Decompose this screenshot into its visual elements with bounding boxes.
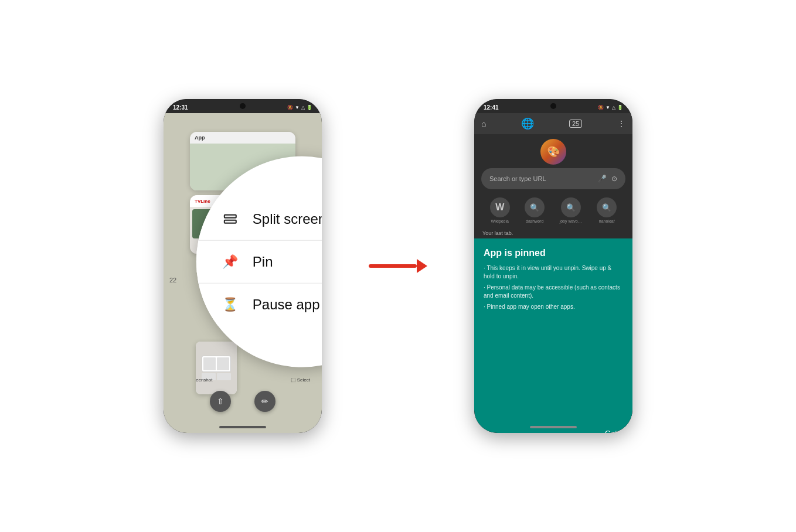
phone-2-status-icons: 🔕 ▼ △ 🔋: [598, 105, 623, 110]
phone-2-screen: 12:41 🔕 ▼ △ 🔋 ⌂ 🌐 25 ⋮: [474, 99, 632, 433]
split-screen-icon: [220, 209, 241, 230]
pause-app-label: Pause app: [253, 296, 320, 313]
arrow-container: [369, 259, 427, 273]
camera-dot-2: [550, 103, 556, 109]
more-options-icon[interactable]: ⋮: [617, 119, 625, 128]
pinned-footer: Got it: [484, 429, 623, 433]
pinned-bullet-1: · This keeps it in view until you unpin.…: [484, 264, 623, 281]
pinned-bullet-3: · Pinned app may open other apps.: [484, 303, 623, 311]
bottom-actions: ⇧ ✏: [164, 391, 322, 412]
quick-item-joby[interactable]: 🔍 joby wavo…: [560, 197, 582, 223]
pinned-bullets: · This keeps it in view until you unpin.…: [484, 264, 623, 424]
pinned-overlay: App is pinned · This keeps it in view un…: [474, 238, 632, 433]
quick-item-nanoleaf[interactable]: 🔍 nanoleaf: [597, 197, 617, 223]
arrow-head: [417, 259, 427, 273]
pause-app-icon: ⏳: [220, 294, 241, 315]
search-placeholder: Search or type URL: [489, 175, 598, 182]
wikipedia-label: Wikipedia: [491, 219, 509, 223]
screenshot-label: eenshot: [196, 377, 212, 383]
arrow-line: [369, 264, 417, 268]
dashword-icon-circle: 🔍: [525, 197, 545, 217]
share-button[interactable]: ⇧: [210, 391, 231, 412]
phone-1-screen: 12:31 🔕 ▼ △ 🔋 22 App: [164, 99, 322, 433]
lens-icon[interactable]: ⊙: [611, 175, 617, 183]
camera-dot: [240, 103, 246, 109]
last-tab-label: Your last tab.: [474, 228, 632, 238]
screenshot-preview: [202, 356, 231, 372]
joby-icon-circle: 🔍: [561, 197, 581, 217]
phone-1-time: 12:31: [173, 104, 188, 111]
tabs-count-badge[interactable]: 25: [569, 120, 582, 128]
search-bar[interactable]: Search or type URL 🎤 ⊙: [481, 168, 625, 189]
quick-access-row: W Wikipedia 🔍 dashword 🔍: [474, 195, 632, 226]
joby-label: joby wavo…: [560, 219, 582, 223]
quick-item-wikipedia[interactable]: W Wikipedia: [490, 197, 510, 223]
pin-icon: 📌: [220, 251, 241, 272]
phone-2-time: 12:41: [484, 104, 499, 111]
menu-item-pin[interactable]: 📌 Pin: [196, 241, 322, 284]
phone-2-screen-bg: ⌂ 🌐 25 ⋮ 🎨 Search or type URL 🎤: [474, 113, 632, 433]
edit-button[interactable]: ✏: [254, 391, 275, 412]
nanoleaf-label: nanoleaf: [599, 219, 615, 223]
app-card-header-1: App: [190, 132, 295, 144]
pin-label: Pin: [253, 254, 273, 270]
dashword-label: dashword: [526, 219, 543, 223]
phone-2-home-bar: [530, 426, 577, 428]
search-icons: 🎤 ⊙: [598, 175, 617, 183]
microphone-icon[interactable]: 🎤: [598, 175, 607, 183]
pinned-bullet-2: · Personal data may be accessible (such …: [484, 284, 623, 300]
split-screen-label: Split screen: [253, 211, 322, 227]
menu-item-split-screen[interactable]: Split screen: [196, 198, 322, 241]
wikipedia-icon-circle: W: [490, 197, 510, 217]
phone-1-home-bar: [219, 426, 266, 428]
phones-wrapper: 12:31 🔕 ▼ △ 🔋 22 App: [164, 99, 632, 433]
scene: 12:31 🔕 ▼ △ 🔋 22 App: [0, 0, 796, 532]
screenshot-card: [196, 342, 237, 394]
got-it-button[interactable]: Got it: [605, 429, 623, 433]
profile-image: 🎨: [540, 139, 566, 165]
recents-date: 22: [169, 277, 176, 284]
pinned-title: App is pinned: [484, 248, 623, 258]
phone-1: 12:31 🔕 ▼ △ 🔋 22 App: [164, 99, 322, 433]
chrome-toolbar: ⌂ 🌐 25 ⋮: [474, 113, 632, 134]
quick-item-dashword[interactable]: 🔍 dashword: [525, 197, 545, 223]
nanoleaf-icon-circle: 🔍: [597, 197, 617, 217]
menu-item-pause-app[interactable]: ⏳ Pause app: [196, 284, 322, 326]
select-label: ⬚ Select: [291, 377, 310, 383]
home-icon[interactable]: ⌂: [481, 119, 486, 128]
chrome-dino-icon: 🌐: [521, 117, 534, 130]
phone-1-status-icons: 🔕 ▼ △ 🔋: [287, 105, 312, 110]
phone-2: 12:41 🔕 ▼ △ 🔋 ⌂ 🌐 25 ⋮: [474, 99, 632, 433]
